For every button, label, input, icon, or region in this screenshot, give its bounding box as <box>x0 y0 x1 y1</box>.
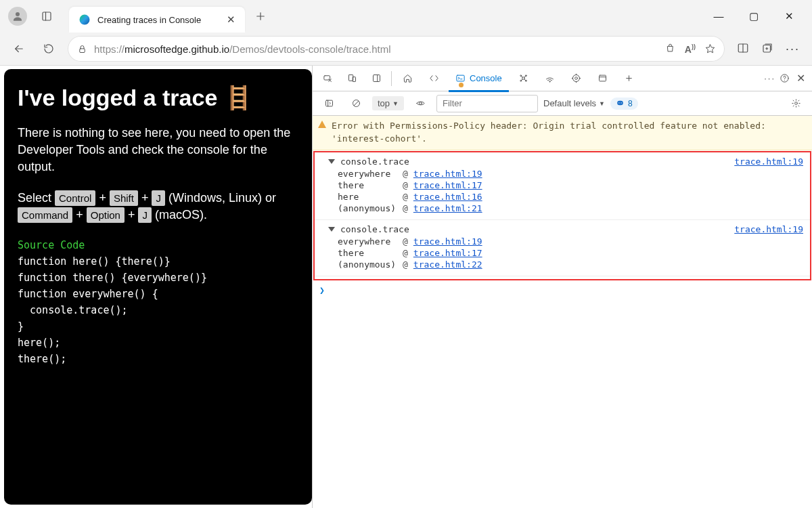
dock-side-icon[interactable] <box>365 68 387 89</box>
trace-header[interactable]: console.tracetrace.html:19 <box>328 155 803 168</box>
url-text: https://microsoftedge.github.io/Demos/de… <box>94 43 391 55</box>
svg-rect-17 <box>373 75 380 82</box>
new-tab-button[interactable] <box>249 5 272 28</box>
frame-at: @ <box>403 248 408 258</box>
reader-icon[interactable]: A)) <box>685 43 696 55</box>
trace-source-link[interactable]: trace.html:19 <box>734 224 803 234</box>
frame-location-link[interactable]: trace.html:21 <box>413 203 482 213</box>
kbd-j: J <box>152 190 165 206</box>
console-output: Error with Permissions-Policy header: Or… <box>313 116 812 508</box>
frame-at: @ <box>403 203 408 213</box>
kbd-option: Option <box>87 207 125 223</box>
svg-point-47 <box>419 102 422 105</box>
url-input[interactable]: https://microsoftedge.github.io/Demos/de… <box>68 36 725 62</box>
collections-icon[interactable] <box>761 42 773 54</box>
frame-location-link[interactable]: trace.html:16 <box>413 192 482 202</box>
issues-icon <box>616 99 625 108</box>
page-intro: There is nothing to see here, you need t… <box>18 125 298 176</box>
tab-elements[interactable] <box>422 66 446 91</box>
tab-close-icon[interactable]: ✕ <box>227 14 235 26</box>
devtools-more-icon[interactable]: ··· <box>764 73 775 83</box>
svg-line-28 <box>521 79 522 81</box>
frame-location-link[interactable]: trace.html:19 <box>413 236 482 247</box>
page-shortcuts: Select Control + Shift + J (Windows, Lin… <box>18 190 298 224</box>
more-menu-icon[interactable]: ··· <box>786 42 800 56</box>
trace-block: console.tracetrace.html:19everywhere@tra… <box>315 152 810 220</box>
frame-function: everywhere <box>338 236 397 247</box>
live-expression-icon[interactable] <box>409 93 431 114</box>
split-screen-icon[interactable] <box>737 42 749 54</box>
device-toolbar-icon[interactable] <box>341 68 363 89</box>
titlebar: Creating traces in Console ✕ ― ▢ ✕ <box>0 0 812 33</box>
svg-line-46 <box>354 101 358 105</box>
svg-point-42 <box>784 80 785 81</box>
tab-console-label: Console <box>470 73 502 83</box>
tab-sources[interactable] <box>512 66 535 91</box>
frame-location-link[interactable]: trace.html:17 <box>413 180 482 190</box>
tab-application[interactable] <box>591 66 614 91</box>
workspaces-icon[interactable] <box>35 5 58 28</box>
content-area: I've logged a trace 🪜 There is nothing t… <box>0 65 812 508</box>
frame-location-link[interactable]: trace.html:22 <box>413 259 482 270</box>
window-controls: ― ▢ ✕ <box>705 10 808 22</box>
svg-point-3 <box>80 15 90 25</box>
page-heading: I've logged a trace 🪜 <box>18 84 298 111</box>
trace-label: console.trace <box>340 224 409 234</box>
svg-rect-48 <box>617 101 623 106</box>
tab-welcome[interactable] <box>396 66 420 91</box>
stack-frame: (anonymous)@trace.html:21 <box>328 203 803 214</box>
kbd-j-mac: J <box>138 207 152 223</box>
console-toolbar: top ▼ Default levels ▼ 8 <box>313 91 812 116</box>
console-warning-message[interactable]: Error with Permissions-Policy header: Or… <box>313 116 812 150</box>
console-settings-icon[interactable] <box>785 93 807 114</box>
clear-console-icon[interactable] <box>345 93 367 114</box>
svg-marker-8 <box>706 45 715 53</box>
address-bar-row: https://microsoftedge.github.io/Demos/de… <box>0 33 812 65</box>
help-icon[interactable] <box>780 73 790 83</box>
frame-function: (anonymous) <box>338 259 397 270</box>
svg-point-50 <box>621 102 621 103</box>
devtools-tabstrip: Console ··· ✕ <box>313 66 812 91</box>
window-close[interactable]: ✕ <box>775 10 803 22</box>
window-maximize[interactable]: ▢ <box>740 10 767 22</box>
trace-header[interactable]: console.tracetrace.html:19 <box>328 223 803 236</box>
favorite-star-icon[interactable] <box>705 43 715 54</box>
back-button[interactable] <box>8 38 30 60</box>
filter-input[interactable] <box>436 95 538 112</box>
profile-avatar[interactable] <box>8 7 27 26</box>
trace-source-link[interactable]: trace.html:19 <box>734 156 803 167</box>
svg-rect-19 <box>457 75 464 81</box>
toggle-sidebar-icon[interactable] <box>318 93 340 114</box>
svg-line-29 <box>524 79 525 81</box>
browser-tab[interactable]: Creating traces in Console ✕ <box>69 7 245 33</box>
svg-rect-43 <box>325 100 332 106</box>
devtools-panel: Console ··· ✕ top ▼ Default levels ▼ 8 <box>312 66 812 508</box>
window-minimize[interactable]: ― <box>705 10 732 22</box>
shopping-icon[interactable] <box>665 43 675 54</box>
stack-frame: (anonymous)@trace.html:22 <box>328 259 803 270</box>
edge-logo-icon <box>78 14 91 26</box>
tab-more[interactable] <box>617 66 641 91</box>
frame-at: @ <box>403 259 408 270</box>
reload-button[interactable] <box>38 38 60 60</box>
inspect-element-icon[interactable] <box>317 68 338 89</box>
log-levels-selector[interactable]: Default levels ▼ <box>543 98 605 108</box>
devtools-close-icon[interactable]: ✕ <box>794 72 808 85</box>
svg-line-26 <box>521 76 522 77</box>
tab-network[interactable] <box>538 66 562 91</box>
tab-performance[interactable] <box>564 66 588 91</box>
stack-frame: there@trace.html:17 <box>328 247 803 259</box>
frame-location-link[interactable]: trace.html:17 <box>413 248 482 258</box>
disclosure-triangle-icon <box>328 227 335 232</box>
context-selector[interactable]: top ▼ <box>372 96 404 110</box>
frame-function: there <box>338 248 397 258</box>
stack-frame: there@trace.html:17 <box>328 179 803 191</box>
frame-function: here <box>338 192 397 202</box>
svg-point-51 <box>794 102 797 105</box>
svg-rect-37 <box>599 75 606 81</box>
issues-badge[interactable]: 8 <box>610 98 638 110</box>
frame-location-link[interactable]: trace.html:19 <box>413 169 482 179</box>
console-prompt[interactable]: ❯ <box>313 281 812 299</box>
tab-console[interactable]: Console <box>449 66 509 91</box>
kbd-command: Command <box>18 207 72 223</box>
